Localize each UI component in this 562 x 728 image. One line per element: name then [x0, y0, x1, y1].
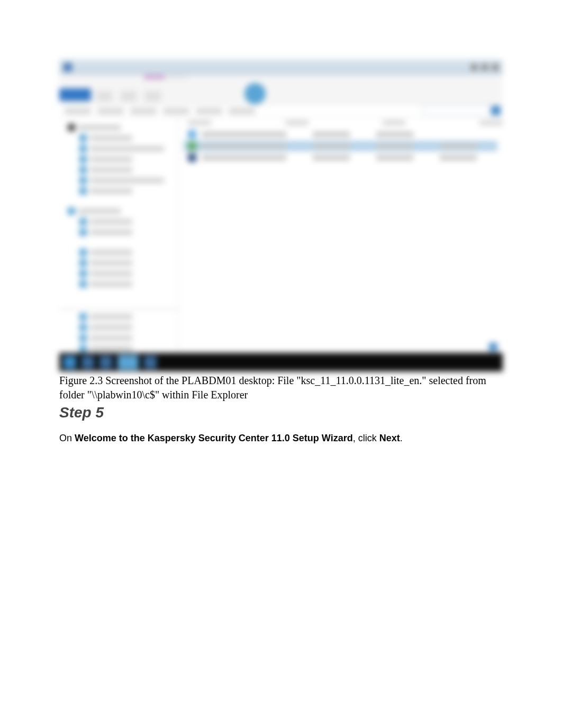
ribbon-tool [96, 91, 112, 102]
refresh-icon [491, 106, 501, 115]
file-name [202, 132, 286, 137]
folder-icon [79, 229, 87, 236]
sidebar-label [90, 157, 132, 162]
sidebar-label [78, 208, 121, 214]
folder-icon [79, 156, 87, 163]
folder-icon [79, 313, 87, 321]
sidebar-label [90, 250, 132, 255]
instruction-mid: , click [353, 433, 379, 443]
breadcrumb-segment [196, 108, 222, 114]
sidebar-label [90, 230, 132, 235]
screenshot-figure [59, 59, 503, 371]
file-meta [440, 143, 477, 149]
navigation-sidebar [59, 117, 178, 353]
column-header [383, 120, 406, 125]
file-meta [313, 143, 350, 149]
instruction-wizard-name: Welcome to the Kaspersky Security Center… [75, 433, 353, 443]
ribbon-tool [145, 91, 161, 102]
thispc-icon [68, 207, 75, 215]
folder-icon [79, 324, 87, 331]
search-input [422, 106, 496, 115]
sidebar-label [90, 178, 164, 183]
ribbon-tabs [144, 75, 188, 79]
folder-icon [79, 334, 87, 342]
taskbar [59, 353, 503, 371]
file-row [184, 129, 497, 140]
breadcrumb-segment [163, 108, 189, 114]
instruction-prefix: On [59, 433, 75, 443]
instruction-text: On Welcome to the Kaspersky Security Cen… [59, 432, 503, 445]
folder-icon [79, 187, 87, 195]
breadcrumb-segment [65, 108, 91, 114]
sidebar-label [90, 335, 132, 341]
file-name [202, 143, 286, 149]
sidebar-label [90, 146, 164, 151]
installer-icon [188, 142, 196, 150]
app-icon [64, 63, 72, 71]
ribbon-tab [167, 75, 188, 79]
taskbar-item [144, 356, 157, 369]
column-header [188, 120, 211, 125]
file-meta [376, 155, 413, 160]
sidebar-label [90, 281, 132, 287]
step-heading: Step 5 [59, 404, 503, 421]
sidebar-label [90, 260, 132, 266]
figure-caption: Figure 2.3 Screenshot of the PLABDM01 de… [59, 374, 503, 402]
folder-icon [79, 177, 87, 184]
file-meta [313, 155, 350, 160]
sidebar-label [90, 219, 132, 224]
breadcrumb-segment [229, 108, 255, 114]
sidebar-label [90, 271, 132, 276]
file-list-pane [178, 117, 503, 353]
close-icon [492, 64, 498, 70]
file-meta [440, 155, 477, 160]
divider [59, 309, 178, 310]
breadcrumb-segment [130, 108, 157, 114]
folder-icon [79, 218, 87, 225]
taskbar-item [81, 356, 94, 369]
ribbon-tab-active [144, 75, 165, 79]
file-meta [313, 132, 350, 137]
file-row-selected [184, 141, 497, 151]
sidebar-label [90, 188, 132, 194]
ribbon-tool [121, 91, 137, 102]
maximize-icon [482, 64, 488, 70]
minimize-icon [471, 64, 477, 70]
folder-icon [79, 166, 87, 174]
sidebar-label [90, 346, 132, 351]
column-headers [178, 117, 503, 128]
sidebar-label [78, 125, 121, 130]
explorer-body [59, 117, 503, 353]
ribbon-tools [96, 91, 161, 102]
file-meta [376, 143, 413, 149]
sidebar-label [90, 314, 132, 320]
folder-icon [79, 134, 87, 142]
view-toggle-icon [489, 343, 497, 351]
file-icon [188, 153, 196, 162]
file-icon [188, 130, 196, 139]
instruction-button-name: Next [379, 433, 400, 443]
ribbon-properties-icon [244, 83, 266, 104]
file-row [184, 152, 497, 163]
file-meta [376, 132, 413, 137]
file-menu-button [59, 88, 91, 101]
sidebar-label [90, 135, 132, 141]
sidebar-label [90, 167, 132, 172]
folder-icon [79, 345, 87, 352]
instruction-suffix: . [400, 433, 403, 443]
folder-icon [79, 280, 87, 288]
folder-icon [79, 249, 87, 256]
folder-icon [79, 270, 87, 277]
folder-icon [79, 145, 87, 152]
breadcrumb-segment [97, 108, 124, 114]
folder-icon [79, 259, 87, 267]
start-button-icon [64, 356, 76, 369]
column-header [479, 120, 503, 125]
quickaccess-icon [68, 124, 75, 131]
sidebar-label [90, 325, 132, 330]
window-controls [471, 64, 498, 70]
taskbar-item [99, 356, 112, 369]
column-header [285, 120, 309, 125]
file-name [202, 155, 286, 160]
window-titlebar [59, 59, 503, 75]
